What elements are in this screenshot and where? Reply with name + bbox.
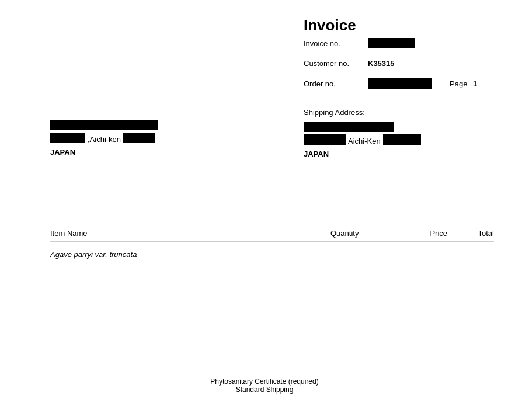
- footer-line-2: Standard Shipping: [0, 386, 529, 394]
- billing-redacted-3: [123, 133, 155, 143]
- invoice-no-row: Invoice no.: [304, 38, 477, 48]
- shipping-label: Shipping Address:: [304, 108, 421, 117]
- page-label: Page 1: [450, 79, 477, 88]
- invoice-no-redacted: [368, 38, 415, 48]
- billing-redacted-1: [50, 120, 158, 130]
- billing-city: ,Aichi-ken: [88, 135, 121, 144]
- table-header: Item Name Quantity Price Total: [50, 225, 494, 242]
- footer-notes: Phytosanitary Certificate (required) Sta…: [0, 377, 529, 394]
- col-price-header: Price: [401, 229, 447, 238]
- page-number: 1: [473, 79, 477, 88]
- customer-no-label: Customer no.: [304, 59, 368, 68]
- billing-country: JAPAN: [50, 148, 158, 157]
- shipping-redacted-1: [304, 122, 394, 132]
- invoice-no-label: Invoice no.: [304, 39, 368, 48]
- shipping-redacted-2: [304, 134, 346, 145]
- shipping-country: JAPAN: [304, 150, 421, 158]
- shipping-city-line: Aichi-Ken: [304, 134, 421, 147]
- shipping-redacted-3: [383, 134, 421, 145]
- order-no-redacted: [368, 78, 432, 89]
- shipping-address: Aichi-Ken JAPAN: [304, 122, 421, 158]
- order-no-row: Order no. Page 1: [304, 78, 477, 89]
- customer-no-value: K35315: [368, 59, 395, 68]
- invoice-table: Item Name Quantity Price Total Agave par…: [50, 225, 494, 263]
- invoice-page: Invoice Invoice no. Customer no. K35315 …: [0, 0, 529, 420]
- col-total-header: Total: [447, 229, 494, 238]
- invoice-title: Invoice: [304, 16, 356, 34]
- shipping-city: Aichi-Ken: [348, 137, 381, 145]
- footer-line-1: Phytosanitary Certificate (required): [0, 377, 529, 386]
- shipping-block: Shipping Address: Aichi-Ken JAPAN: [304, 108, 421, 158]
- col-item-header: Item Name: [50, 229, 330, 238]
- order-no-label: Order no.: [304, 79, 368, 88]
- customer-no-row: Customer no. K35315: [304, 59, 477, 68]
- billing-address: ,Aichi-ken JAPAN: [50, 120, 158, 157]
- col-quantity-header: Quantity: [330, 229, 401, 238]
- table-row: Agave parryi var. truncata: [50, 242, 494, 263]
- billing-city-line: ,Aichi-ken: [50, 133, 158, 145]
- invoice-info-block: Invoice no. Customer no. K35315 Order no…: [304, 38, 477, 99]
- item-name-value: Agave parryi var. truncata: [50, 250, 330, 259]
- billing-redacted-2: [50, 133, 85, 143]
